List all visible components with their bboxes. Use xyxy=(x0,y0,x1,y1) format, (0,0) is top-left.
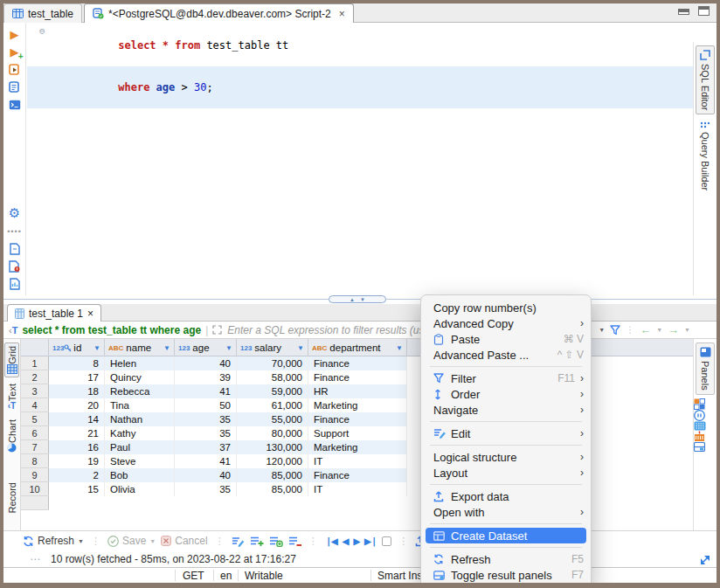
table-row[interactable]: 92Bob4085,000Finance xyxy=(21,468,693,482)
sql-console-icon[interactable] xyxy=(7,98,23,111)
edit-cell-icon[interactable] xyxy=(232,536,245,547)
next-row-icon[interactable]: ▶ xyxy=(353,536,359,546)
cell-department[interactable]: Finance xyxy=(308,356,407,370)
cell-department[interactable]: Finance xyxy=(308,468,407,482)
cell-salary[interactable]: 85,000 xyxy=(237,482,308,496)
tab-record[interactable]: Record xyxy=(4,480,19,515)
column-header-salary[interactable]: 123salary▼ xyxy=(237,339,308,356)
cell-department[interactable]: IT xyxy=(308,454,407,468)
cell-name[interactable]: Quincy xyxy=(105,370,175,384)
row-number[interactable]: 7 xyxy=(21,440,49,454)
cell-salary[interactable]: 59,000 xyxy=(237,384,308,398)
cell-id[interactable]: 18 xyxy=(49,384,105,398)
cell-id[interactable]: 17 xyxy=(49,370,105,384)
table-row[interactable]: 1015Olivia3585,000IT xyxy=(21,482,693,496)
menu-item-edit[interactable]: Edit› xyxy=(421,425,591,441)
cell-name[interactable]: Tina xyxy=(105,398,175,412)
cell-salary[interactable]: 80,000 xyxy=(237,426,308,440)
menu-item-navigate[interactable]: Navigate› xyxy=(421,402,591,418)
calc-panel-icon[interactable] xyxy=(694,421,717,431)
first-row-icon[interactable]: ❘◀ xyxy=(325,536,337,546)
add-row-icon[interactable] xyxy=(250,536,264,547)
execute-statement-icon[interactable]: ▶ xyxy=(7,28,23,41)
table-row[interactable]: 819Steve41120,000IT xyxy=(21,454,693,468)
grid-corner-cell[interactable] xyxy=(21,339,49,356)
cell-name[interactable]: Steve xyxy=(105,454,175,468)
execute-new-tab-icon[interactable]: ▶ xyxy=(7,45,23,59)
menu-item-refresh[interactable]: RefreshF5 xyxy=(421,551,591,567)
column-sort-dropdown-icon[interactable]: ▼ xyxy=(297,344,304,352)
refresh-button[interactable]: Refresh▼ xyxy=(23,535,84,547)
row-number[interactable]: 4 xyxy=(21,398,49,412)
close-tab-icon[interactable]: × xyxy=(339,8,345,20)
cell-age[interactable]: 37 xyxy=(175,440,237,454)
cell-age[interactable]: 50 xyxy=(175,398,237,412)
focus-cell-icon[interactable] xyxy=(382,536,391,546)
tab-chart[interactable]: Chart xyxy=(4,417,19,455)
applied-filter-sql[interactable]: select * from test_table tt where age xyxy=(22,324,201,336)
collapse-down-icon[interactable]: ▼ xyxy=(360,297,365,302)
cell-id[interactable]: 8 xyxy=(49,356,105,370)
metadata-panel-icon[interactable] xyxy=(694,410,717,421)
menu-item-toggle-result-panels[interactable]: Toggle result panelsF7 xyxy=(421,567,591,583)
maximize-view-icon[interactable] xyxy=(698,6,710,16)
close-tab-icon[interactable]: × xyxy=(87,308,93,320)
menu-item-filter[interactable]: FilterF11› xyxy=(421,370,591,386)
column-header-name[interactable]: ABCname▼ xyxy=(105,339,175,356)
tab-sql-editor[interactable]: SQL Editor xyxy=(696,45,715,114)
cell-name[interactable]: Olivia xyxy=(105,482,175,496)
table-row[interactable]: 18Helen4070,000Finance xyxy=(21,356,693,370)
cell-name[interactable]: Helen xyxy=(105,356,175,370)
cell-salary[interactable]: 130,000 xyxy=(237,440,308,454)
cell-age[interactable]: 40 xyxy=(175,356,237,370)
cell-name[interactable]: Rebecca xyxy=(105,384,175,398)
tab-grid[interactable]: Grid xyxy=(4,342,19,377)
cell-department[interactable]: Finance xyxy=(308,412,407,426)
cell-id[interactable]: 2 xyxy=(49,468,105,482)
row-number[interactable]: 2 xyxy=(21,370,49,384)
status-language[interactable]: en xyxy=(220,570,232,582)
menu-item-order[interactable]: Order› xyxy=(421,386,591,402)
previous-row-icon[interactable]: ◀ xyxy=(343,536,349,546)
cell-department[interactable]: Marketing xyxy=(308,440,407,454)
menu-item-create-dataset[interactable]: Create Dataset xyxy=(426,528,586,543)
row-number[interactable]: 10 xyxy=(21,482,49,496)
tab-result-test-table-1[interactable]: test_table 1 × xyxy=(7,304,101,322)
cell-id[interactable]: 19 xyxy=(49,454,105,468)
cell-age[interactable]: 40 xyxy=(175,468,237,482)
cell-id[interactable]: 20 xyxy=(49,398,105,412)
delete-row-icon[interactable] xyxy=(288,536,301,547)
cell-age[interactable]: 35 xyxy=(175,412,237,426)
cell-salary[interactable]: 120,000 xyxy=(237,454,308,468)
cell-id[interactable]: 16 xyxy=(49,440,105,454)
cell-department[interactable]: Marketing xyxy=(308,398,407,412)
table-row[interactable]: 514Nathan3555,000Finance xyxy=(21,412,693,426)
table-row[interactable]: 420Tina5061,000Marketing xyxy=(21,398,693,412)
table-row[interactable]: 318Rebecca4159,000HR xyxy=(21,384,693,398)
cell-id[interactable]: 15 xyxy=(49,482,105,496)
collapse-up-icon[interactable]: ▲ xyxy=(350,297,355,302)
explain-plan-icon[interactable] xyxy=(7,80,23,93)
cell-department[interactable]: IT xyxy=(308,482,407,496)
minimize-view-icon[interactable] xyxy=(678,9,689,15)
menu-item-layout[interactable]: Layout› xyxy=(421,465,591,481)
fetch-next-dropdown-icon[interactable]: ▼ xyxy=(684,327,690,333)
row-number[interactable]: 8 xyxy=(21,454,49,468)
value-viewer-icon[interactable] xyxy=(694,398,717,410)
save-button[interactable]: Save▼ xyxy=(107,535,156,547)
tab-query-builder[interactable]: Query Builder xyxy=(696,118,715,194)
fetch-previous-icon[interactable]: ← xyxy=(640,323,651,336)
cell-id[interactable]: 14 xyxy=(49,412,105,426)
sql-line-2[interactable]: where age > 30; xyxy=(27,66,693,108)
column-sort-dropdown-icon[interactable]: ▼ xyxy=(225,344,232,352)
column-header-department[interactable]: ABCdepartment▼ xyxy=(308,339,407,356)
duplicate-row-icon[interactable] xyxy=(269,536,283,547)
table-row[interactable]: 716Paul37130,000Marketing xyxy=(21,440,693,454)
load-script-icon[interactable] xyxy=(7,243,23,256)
tab-text[interactable]: Text ‹T xyxy=(4,381,19,413)
cell-department[interactable]: HR xyxy=(308,384,407,398)
column-sort-dropdown-icon[interactable]: ▼ xyxy=(163,344,170,352)
expand-filter-icon[interactable] xyxy=(212,325,222,335)
column-header-id[interactable]: 123id▼ xyxy=(49,339,105,356)
last-row-icon[interactable]: ▶❘ xyxy=(364,536,377,546)
